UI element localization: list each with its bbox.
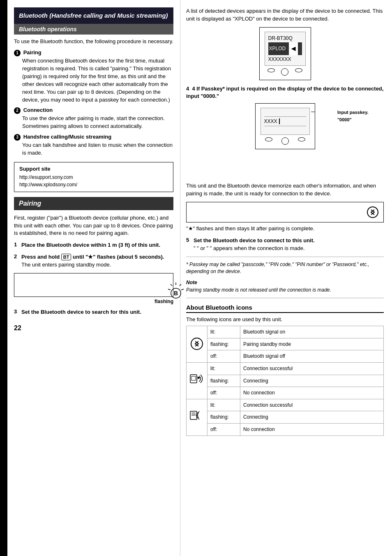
- step-5-subtext: " " or " " appears when the connection i…: [194, 245, 305, 251]
- phone2-row1-desc: Connection successful: [240, 399, 384, 411]
- device-buttons-row: [265, 68, 306, 76]
- phone2-row2-desc: Connecting: [240, 411, 384, 424]
- svg-line-4: [168, 289, 171, 290]
- device-btn-1: [267, 68, 275, 72]
- step-4-num: 4: [186, 86, 189, 92]
- pairing-section-header: Pairing: [14, 197, 173, 210]
- bt-flash-icon: ★: [88, 254, 93, 260]
- svg-rect-9: [190, 375, 197, 383]
- about-title: About Bluetooth icons: [186, 304, 384, 313]
- phone1-svg: ▶: [189, 373, 204, 385]
- numbered-item-2: 2 Connection To use the device after pai…: [14, 107, 173, 130]
- step-1-text: Place the Bluetooth device within 1 m (3…: [21, 241, 173, 249]
- icon-row-1c: off: Bluetooth signal off: [187, 350, 384, 363]
- device-list-diagram-wrapper: DR-BT30Q XPLOD ◄ XXXXXXX: [186, 27, 384, 80]
- circle-num-3: 3: [14, 134, 21, 141]
- note-text: Pairing standby mode is not released unt…: [186, 287, 331, 293]
- bt-ready-box: [186, 202, 384, 222]
- step-5-text: Set the Bluetooth device to connect to t…: [194, 237, 315, 243]
- phone2-icon-cell: [187, 399, 208, 436]
- arrow-indicator: ◄: [289, 42, 298, 55]
- bt-row1-desc: Bluetooth signal on: [240, 326, 384, 338]
- circle-num-1: 1: [14, 50, 21, 56]
- flash-complete-text: "★" flashes and then stays lit after pai…: [186, 225, 384, 233]
- page-number: 22: [14, 324, 173, 332]
- phone2-row3-label: off:: [208, 423, 240, 436]
- passkey-note: * Passkey may be called "passcode," "PIN…: [186, 261, 384, 276]
- divider-1: [186, 257, 384, 257]
- step-1-num: 1: [14, 241, 20, 248]
- left-column: Bluetooth (Handsfree calling and Music s…: [7, 0, 180, 556]
- flash-rays-svg: B: [166, 282, 186, 302]
- step-3-num: 3: [14, 308, 20, 315]
- passkey-inner: XXXX: [261, 108, 310, 135]
- device-name-1: DR-BT30Q: [268, 34, 293, 42]
- item-2-title: Connection: [23, 107, 53, 113]
- svg-line-1: [180, 284, 181, 286]
- step-2-num: 2: [14, 253, 20, 259]
- svg-text:B: B: [174, 290, 178, 297]
- icon-row-1b: flashing: Pairing standby mode: [187, 338, 384, 350]
- flashing-diagram: B: [14, 273, 173, 297]
- device-list-box: DR-BT30Q XPLOD ◄ XXXXXXX: [259, 27, 311, 80]
- bt-intro-text: To use the Bluetooth function, the follo…: [14, 38, 173, 46]
- divider-2: [186, 298, 384, 298]
- right-column: A list of detected devices appears in th…: [180, 0, 392, 556]
- step-2-text: Press and hold BT until "★" flashes (abo…: [21, 254, 164, 260]
- icon-row-1: lit: Bluetooth signal on: [187, 326, 384, 338]
- phone1-row2-label: flashing:: [208, 375, 240, 387]
- step-4-heading: 4 4 If Passkey* input is required on the…: [186, 85, 384, 100]
- list-intro-text: A list of detected devices appears in th…: [186, 7, 384, 23]
- bt-row1-label: lit:: [208, 326, 240, 338]
- bt-flash-icon-inline: ★: [188, 225, 193, 232]
- after-pairing-text: This unit and the Bluetooth device memor…: [186, 182, 384, 198]
- device-name-3: XXXXXXX: [268, 56, 291, 62]
- phone1-row1-label: lit:: [208, 363, 240, 375]
- note-block: Note Pairing standby mode is not release…: [186, 279, 384, 294]
- passkey-diagram-wrapper: XXXX Input passkey.: [186, 103, 384, 149]
- bt-ready-icon: [367, 206, 378, 218]
- phone1-icon-cell: ▶: [187, 363, 208, 399]
- device-name-2: XPLOD: [269, 44, 286, 53]
- icon-row-3: lit: Connection successful: [187, 399, 384, 411]
- bt-icon-cell: [187, 326, 208, 363]
- bt-table-icon: [191, 338, 203, 350]
- step-3-text: Set the Bluetooth device to search for t…: [21, 308, 173, 316]
- left-bar: [0, 0, 7, 556]
- pairing-step-1: 1 Place the Bluetooth device within 1 m …: [14, 241, 173, 249]
- bt-row3-desc: Bluetooth signal off: [240, 350, 384, 363]
- phone1-row3-desc: No connection: [240, 387, 384, 399]
- bt-icons-table: lit: Bluetooth signal on flashing: Pairi…: [186, 326, 384, 436]
- passkey-arrow-svg: [311, 110, 369, 126]
- support-title: Support site: [19, 166, 168, 172]
- phone1-row3-label: off:: [208, 387, 240, 399]
- step-2-subtext: The unit enters pairing standby mode.: [21, 262, 111, 268]
- section-header-bt-operations: Bluetooth operations: [14, 24, 173, 35]
- passkey-field-label: XXXX: [264, 118, 277, 124]
- support-url-2: http://www.xplodsony.com/: [19, 181, 168, 188]
- bt-row2-desc: Pairing standby mode: [240, 338, 384, 350]
- item-1-title: Pairing: [23, 49, 42, 56]
- support-url-1: http://esupport.sony.com: [19, 174, 168, 181]
- pairing-step-3: 3 Set the Bluetooth device to search for…: [14, 308, 173, 316]
- step-5-num: 5: [186, 237, 192, 243]
- phone2-svg: [189, 409, 204, 422]
- item-1-body: When connecting Bluetooth devices for th…: [14, 57, 173, 104]
- icon-row-3b: flashing: Connecting: [187, 411, 384, 424]
- pairing-intro: First, register ("pair") a Bluetooth dev…: [14, 214, 173, 238]
- phone2-row3-desc: No connection: [240, 423, 384, 436]
- numbered-item-3: 3 Handsfree calling/Music streaming You …: [14, 134, 173, 157]
- device-btn-2: [281, 68, 288, 76]
- flashing-label: flashing: [14, 299, 173, 304]
- svg-line-3: [171, 284, 172, 286]
- bt-row3-label: off:: [208, 350, 240, 363]
- device-btn-3: [295, 68, 302, 72]
- item-3-body: You can talk handsfree and listen to mus…: [14, 141, 173, 157]
- circle-num-2: 2: [14, 107, 21, 114]
- icon-row-2c: off: No connection: [187, 387, 384, 399]
- svg-rect-10: [191, 376, 196, 380]
- support-site-box: Support site http://esupport.sony.com ht…: [14, 162, 173, 192]
- page: Bluetooth (Handsfree calling and Music s…: [0, 0, 392, 556]
- main-content: Bluetooth (Handsfree calling and Music s…: [7, 0, 392, 556]
- note-label: Note: [186, 280, 197, 285]
